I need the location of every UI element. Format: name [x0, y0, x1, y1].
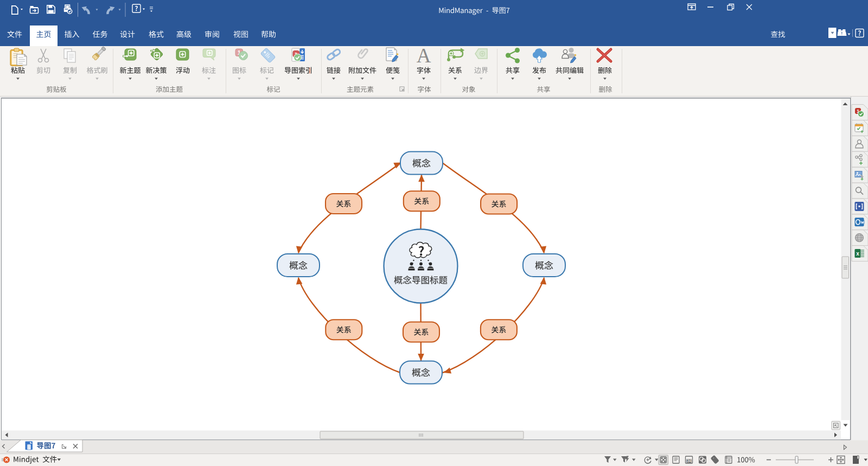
svg-text:24: 24 [687, 459, 691, 463]
svg-text:x: x [856, 251, 859, 257]
svg-text:A: A [417, 44, 431, 67]
